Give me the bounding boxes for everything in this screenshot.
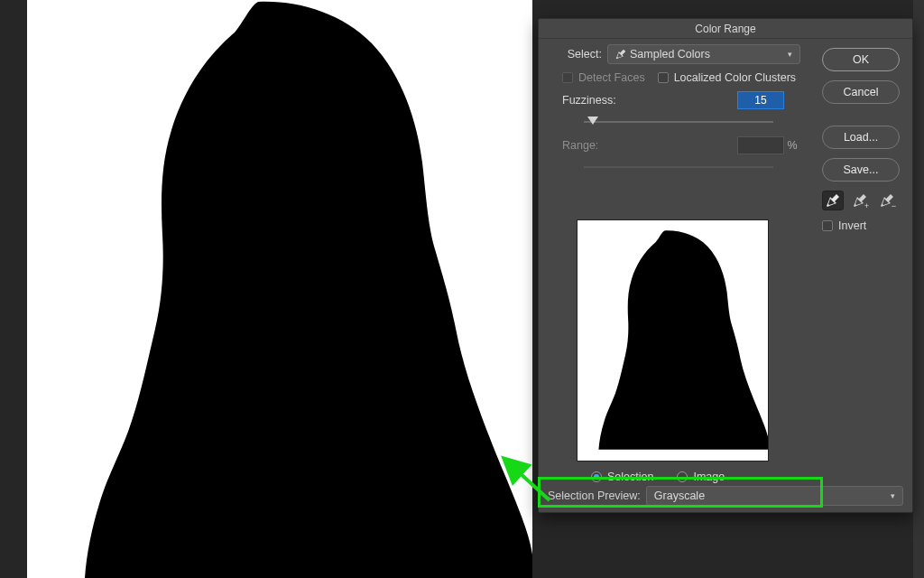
plus-icon: +	[864, 202, 869, 210]
slider-thumb[interactable]	[587, 117, 598, 125]
dialog-content: Select: Sampled Colors ▾	[539, 39, 912, 512]
select-value: Sampled Colors	[630, 48, 710, 61]
ok-button[interactable]: OK	[822, 48, 900, 71]
detect-faces-label: Detect Faces	[578, 71, 645, 84]
range-label: Range:	[562, 139, 737, 152]
fuzziness-label: Fuzziness:	[562, 94, 737, 107]
panel-strip	[913, 0, 924, 578]
detect-faces-checkbox: Detect Faces	[562, 71, 645, 84]
selection-preview-value: Grayscale	[654, 489, 705, 502]
document-canvas[interactable]	[27, 0, 532, 578]
select-label: Select:	[548, 48, 607, 61]
fuzziness-input[interactable]: 15	[737, 91, 784, 109]
color-range-dialog: Color Range Select: Sampled Colors ▾	[538, 18, 913, 513]
fuzziness-slider[interactable]	[584, 115, 773, 129]
range-input	[737, 136, 784, 154]
invert-checkbox[interactable]: Invert	[822, 219, 903, 232]
minus-icon: −	[892, 202, 896, 210]
percent-label: %	[784, 139, 800, 152]
localized-clusters-checkbox[interactable]: Localized Color Clusters	[658, 71, 796, 84]
eyedropper-plus-tool[interactable]: +	[849, 191, 871, 210]
checkbox-box	[658, 72, 669, 83]
dialog-title: Color Range	[539, 19, 912, 39]
selection-preview-thumbnail[interactable]	[577, 219, 769, 461]
chevron-down-icon: ▾	[788, 50, 792, 59]
dialog-right-column: OK Cancel Load... Save... + −	[822, 44, 912, 232]
invert-label: Invert	[838, 219, 866, 232]
cancel-button[interactable]: Cancel	[822, 80, 900, 104]
dialog-left-column: Select: Sampled Colors ▾	[539, 44, 809, 182]
load-button[interactable]: Load...	[822, 126, 900, 149]
selection-preview-label: Selection Preview:	[548, 489, 641, 502]
selection-preview-dropdown[interactable]: Grayscale ▾	[646, 486, 903, 506]
app-stage: Color Range Select: Sampled Colors ▾	[0, 0, 924, 578]
chevron-down-icon: ▾	[891, 491, 895, 500]
eyedropper-icon	[615, 49, 626, 60]
range-slider	[584, 160, 773, 174]
eyedropper-minus-tool[interactable]: −	[876, 191, 898, 210]
save-button[interactable]: Save...	[822, 158, 900, 182]
eyedropper-tool[interactable]	[822, 191, 844, 210]
checkbox-box	[562, 72, 573, 83]
select-dropdown[interactable]: Sampled Colors ▾	[607, 44, 800, 64]
localized-clusters-label: Localized Color Clusters	[674, 71, 796, 84]
checkbox-box	[822, 220, 833, 231]
